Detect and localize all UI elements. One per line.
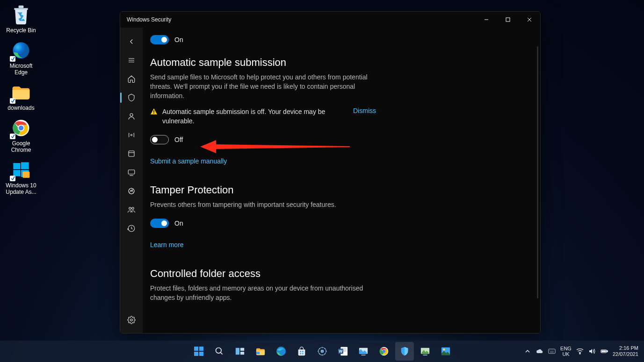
chrome-icon [11, 118, 31, 138]
tamper-section: Tamper Protection Prevents others from t… [150, 184, 506, 249]
start-button[interactable] [189, 342, 208, 361]
tray-battery-icon[interactable] [601, 348, 608, 355]
back-button[interactable] [120, 32, 143, 51]
svg-text:W: W [339, 349, 342, 354]
date: 22/07/2021 [613, 351, 638, 357]
svg-rect-37 [199, 352, 203, 356]
auto-sample-toggle-row: Off [150, 135, 506, 144]
dismiss-link[interactable]: Dismiss [353, 107, 376, 114]
toggle-state-label: Off [174, 136, 183, 143]
svg-point-60 [382, 350, 385, 353]
search-button[interactable] [210, 342, 229, 361]
minimize-button[interactable] [476, 12, 497, 28]
svg-rect-15 [506, 18, 510, 21]
taskbar-app-1[interactable] [354, 342, 373, 361]
window-title: Windows Security [127, 16, 171, 23]
edge-icon [11, 40, 31, 61]
svg-rect-48 [302, 353, 303, 355]
auto-sample-toggle[interactable] [150, 135, 169, 144]
svg-rect-46 [302, 351, 303, 352]
taskbar-edge[interactable] [272, 342, 290, 361]
scrollbar[interactable] [537, 46, 538, 298]
taskbar-tray: ENG UK 2:16 PM 22/07/2021 [524, 345, 644, 357]
svg-rect-45 [300, 351, 301, 352]
taskbar-photos[interactable] [436, 342, 455, 361]
submit-sample-link[interactable]: Submit a sample manually [150, 157, 227, 165]
svg-rect-36 [194, 352, 198, 356]
sidebar-item-virus-threat[interactable] [120, 88, 143, 107]
language-indicator[interactable]: ENG UK [560, 346, 572, 357]
taskbar-chrome[interactable] [375, 342, 393, 361]
folder-icon [11, 82, 31, 103]
svg-rect-25 [128, 170, 135, 174]
sidebar-item-firewall[interactable] [120, 126, 143, 144]
taskbar-security[interactable] [395, 342, 414, 361]
clock[interactable]: 2:16 PM 22/07/2021 [613, 345, 638, 357]
lang-bottom: UK [560, 351, 572, 357]
recycle-bin-icon [11, 5, 31, 25]
desktop-icon-recycle-bin[interactable]: Recycle Bin [3, 5, 39, 34]
menu-button[interactable] [120, 51, 143, 70]
tray-volume-icon[interactable] [588, 348, 596, 355]
cloud-protection-toggle[interactable] [150, 35, 169, 44]
sidebar-item-app-browser[interactable] [120, 144, 143, 163]
tray-onedrive-icon[interactable] [536, 348, 543, 355]
toggle-state-label: On [174, 36, 183, 43]
close-button[interactable] [519, 12, 540, 28]
sidebar-item-settings[interactable] [120, 311, 143, 329]
tray-keyboard-icon[interactable] [548, 348, 556, 355]
svg-rect-7 [10, 134, 15, 139]
tamper-toggle-row: On [150, 219, 506, 228]
desktop-icon-label: Microsoft Edge [3, 63, 39, 76]
svg-rect-12 [22, 171, 29, 177]
svg-rect-58 [361, 355, 365, 355]
svg-rect-62 [423, 355, 427, 355]
taskbar-store[interactable] [292, 342, 311, 361]
sidebar-item-account[interactable] [120, 107, 143, 126]
warning-icon [150, 108, 158, 115]
svg-rect-41 [240, 348, 244, 351]
taskbar-explorer[interactable] [251, 342, 270, 361]
sidebar [120, 28, 143, 333]
svg-point-44 [276, 347, 286, 356]
titlebar[interactable]: Windows Security [120, 12, 540, 28]
svg-rect-9 [21, 162, 29, 169]
auto-sample-section: Automatic sample submission Send sample … [150, 57, 506, 165]
sidebar-item-history[interactable] [120, 219, 143, 238]
svg-rect-74 [601, 350, 606, 352]
svg-point-22 [131, 135, 132, 136]
svg-rect-73 [607, 350, 608, 352]
svg-rect-65 [549, 349, 555, 354]
windows-security-window: Windows Security [120, 11, 541, 334]
svg-point-64 [443, 348, 445, 351]
svg-rect-23 [129, 151, 134, 156]
lang-top: ENG [560, 346, 572, 351]
taskbar: W ENG UK 2:16 PM 22/07/2021 [0, 341, 644, 362]
tray-wifi-icon[interactable] [576, 348, 584, 355]
sidebar-item-device-security[interactable] [120, 163, 143, 182]
svg-line-39 [220, 353, 222, 355]
svg-rect-43 [256, 352, 259, 354]
maximize-button[interactable] [497, 12, 519, 28]
desktop-icon-chrome[interactable]: Google Chrome [3, 118, 39, 153]
desktop-icon-label: Google Chrome [3, 140, 39, 153]
sidebar-item-family[interactable] [120, 200, 143, 219]
taskbar-settings[interactable] [313, 342, 332, 361]
desktop-icon-edge[interactable]: Microsoft Edge [3, 40, 39, 76]
svg-rect-40 [235, 348, 239, 355]
desktop-icon-win10-update[interactable]: Windows 10 Update As... [3, 160, 39, 195]
tray-chevron-icon[interactable] [524, 348, 531, 355]
sidebar-item-home[interactable] [120, 70, 143, 88]
sidebar-item-device-performance[interactable] [120, 182, 143, 200]
learn-more-link[interactable]: Learn more [150, 241, 184, 248]
task-view-button[interactable] [231, 342, 249, 361]
svg-rect-0 [19, 6, 24, 8]
desktop-icon-downloads[interactable]: downloads [3, 82, 39, 111]
section-title: Automatic sample submission [150, 57, 506, 69]
taskbar-word[interactable]: W [333, 342, 352, 361]
svg-rect-13 [10, 176, 15, 181]
desktop-icons: Recycle Bin Microsoft Edge downloads Goo… [3, 5, 45, 202]
svg-rect-35 [199, 347, 203, 351]
taskbar-app-2[interactable] [416, 342, 434, 361]
tamper-toggle[interactable] [150, 219, 169, 228]
